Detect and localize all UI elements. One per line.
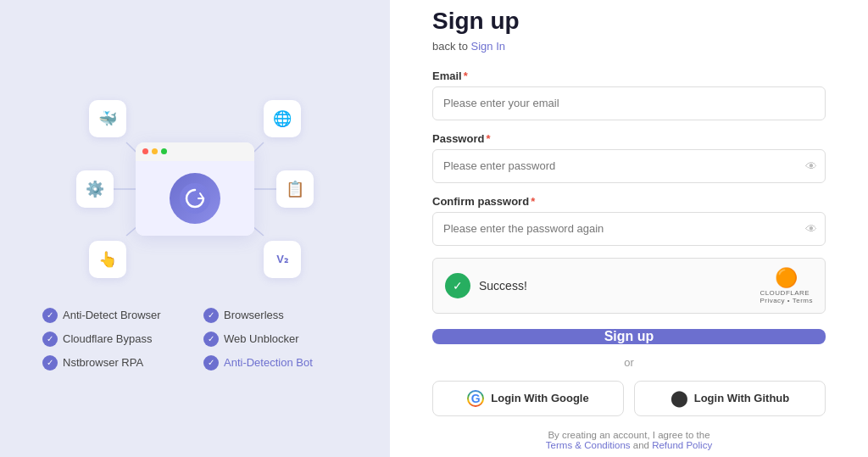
feature-cloudflare: ✓ Cloudflare Bypass bbox=[42, 332, 186, 347]
password-required: * bbox=[486, 132, 490, 145]
diagram-area: 🐳 ⚙️ 👆 🌐 📋 V₂ bbox=[76, 96, 314, 282]
signin-link[interactable]: Sign In bbox=[471, 40, 505, 53]
captcha-box: ✓ Success! 🟠 CLOUDFLAREPrivacy • Terms bbox=[432, 258, 826, 314]
browser-toolbar bbox=[136, 142, 254, 161]
email-field-group: Email* bbox=[432, 70, 826, 120]
and-text: and bbox=[633, 440, 649, 450]
check-icon: ✓ bbox=[42, 355, 58, 371]
check-icon: ✓ bbox=[42, 332, 58, 347]
browser-content bbox=[136, 161, 254, 236]
left-panel: 🐳 ⚙️ 👆 🌐 📋 V₂ bbox=[0, 0, 390, 457]
feature-browserless: ✓ Browserless bbox=[203, 308, 348, 323]
right-panel: Sign up back to Sign In Email* Password*… bbox=[390, 0, 868, 457]
check-icon: ✓ bbox=[203, 308, 219, 323]
confirm-label: Confirm password* bbox=[432, 195, 826, 208]
or-divider: or bbox=[432, 356, 826, 369]
dot-yellow bbox=[152, 148, 158, 154]
confirm-toggle-icon[interactable]: 👁 bbox=[805, 222, 817, 236]
terms-link[interactable]: Terms & Conditions bbox=[546, 440, 631, 450]
svg-point-6 bbox=[180, 183, 210, 214]
google-icon: G bbox=[467, 390, 484, 407]
success-check-icon: ✓ bbox=[445, 273, 470, 298]
feature-rpa: ✓ Nstbrowser RPA bbox=[42, 355, 186, 371]
password-field-group: Password* 👁 bbox=[432, 132, 826, 183]
check-icon: ✓ bbox=[42, 308, 58, 323]
confirm-input-wrapper: 👁 bbox=[432, 212, 826, 246]
captcha-left: ✓ Success! bbox=[445, 273, 527, 298]
google-button-label: Login With Google bbox=[491, 392, 588, 404]
icon-node-fingerprint: 👆 bbox=[89, 241, 126, 278]
features-grid: ✓ Anti-Detect Browser ✓ Browserless ✓ Cl… bbox=[42, 308, 348, 371]
cloudflare-cloud-icon: 🟠 bbox=[775, 267, 798, 289]
cloudflare-text: CLOUDFLAREPrivacy • Terms bbox=[760, 289, 813, 304]
cloudflare-logo: 🟠 CLOUDFLAREPrivacy • Terms bbox=[760, 267, 813, 304]
password-input[interactable] bbox=[432, 149, 826, 183]
dot-green bbox=[161, 148, 167, 154]
confirm-required: * bbox=[531, 195, 535, 208]
check-icon: ✓ bbox=[203, 332, 219, 347]
refund-link[interactable]: Refund Policy bbox=[652, 440, 712, 450]
dot-red bbox=[142, 148, 148, 154]
browser-mockup bbox=[136, 142, 254, 236]
app-logo bbox=[170, 173, 220, 224]
page-title: Sign up bbox=[432, 8, 826, 35]
icon-node-v2: V₂ bbox=[264, 241, 301, 278]
feature-web-unblocker: ✓ Web Unblocker bbox=[203, 332, 348, 347]
password-toggle-icon[interactable]: 👁 bbox=[805, 159, 817, 173]
github-button-label: Login With Github bbox=[694, 392, 790, 404]
password-label: Password* bbox=[432, 132, 826, 145]
github-login-button[interactable]: ⬤ Login With Github bbox=[634, 381, 826, 416]
email-required: * bbox=[464, 70, 468, 82]
password-input-wrapper: 👁 bbox=[432, 149, 826, 183]
signup-button[interactable]: Sign up bbox=[432, 329, 826, 344]
icon-node-settings: ⚙️ bbox=[76, 170, 114, 208]
feature-anti-bot: ✓ Anti-Detection Bot bbox=[203, 355, 348, 371]
google-login-button[interactable]: G Login With Google bbox=[432, 381, 624, 416]
email-label: Email* bbox=[432, 70, 826, 82]
back-link-wrapper: back to Sign In bbox=[432, 40, 826, 53]
email-input[interactable] bbox=[432, 86, 826, 120]
feature-anti-detect: ✓ Anti-Detect Browser bbox=[42, 308, 186, 323]
icon-node-docker: 🐳 bbox=[89, 100, 126, 137]
confirm-password-field-group: Confirm password* 👁 bbox=[432, 195, 826, 246]
icon-node-globe: 🌐 bbox=[264, 100, 301, 137]
confirm-password-input[interactable] bbox=[432, 212, 826, 246]
terms-text: By creating an account, I agree to the T… bbox=[432, 430, 826, 450]
oauth-buttons: G Login With Google ⬤ Login With Github bbox=[432, 381, 826, 416]
captcha-success-text: Success! bbox=[479, 279, 527, 293]
github-icon: ⬤ bbox=[670, 389, 687, 408]
check-icon: ✓ bbox=[203, 355, 219, 371]
icon-node-clipboard: 📋 bbox=[276, 170, 314, 208]
email-input-wrapper bbox=[432, 86, 826, 120]
